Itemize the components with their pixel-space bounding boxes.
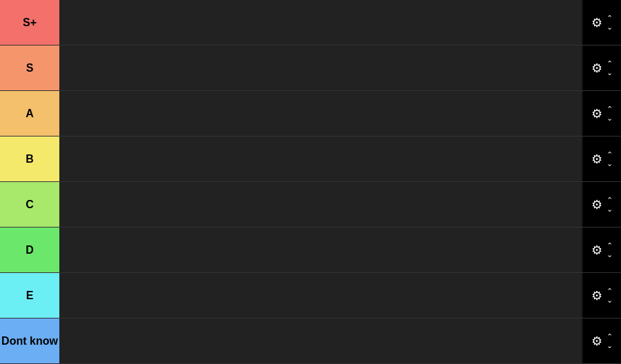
tier-label-c: C [0, 182, 61, 227]
down-button-e[interactable]: ⌄ [605, 296, 614, 305]
up-button-c[interactable]: ⌃ [605, 196, 614, 205]
gear-button-d[interactable]: ⚙ [590, 241, 604, 259]
tier-row-dont-know: Dont know⚙⌃⌄ [0, 318, 621, 364]
tier-row-s: S⚙⌃⌄ [0, 46, 621, 91]
down-button-dont-know[interactable]: ⌄ [605, 341, 614, 350]
arrow-col-c: ⌃⌄ [605, 196, 614, 214]
arrow-col-e: ⌃⌄ [605, 287, 614, 305]
arrow-col-dont-know: ⌃⌄ [605, 332, 614, 350]
down-button-b[interactable]: ⌄ [605, 159, 614, 168]
gear-button-s-plus[interactable]: ⚙ [590, 14, 604, 32]
tier-label-s-plus: S+ [0, 0, 61, 45]
tier-label-e: E [0, 273, 61, 318]
tier-content-b [61, 136, 583, 181]
gear-button-b[interactable]: ⚙ [590, 150, 604, 168]
up-button-s[interactable]: ⌃ [605, 59, 614, 68]
down-button-a[interactable]: ⌄ [605, 114, 614, 123]
tier-row-e: E⚙⌃⌄ [0, 273, 621, 318]
down-button-s[interactable]: ⌄ [605, 68, 614, 77]
tier-controls-s: ⚙⌃⌄ [583, 46, 621, 90]
up-button-s-plus[interactable]: ⌃ [605, 14, 614, 23]
tier-content-e [61, 273, 583, 318]
gear-button-dont-know[interactable]: ⚙ [590, 332, 604, 350]
tier-list: S+⚙⌃⌄S⚙⌃⌄A⚙⌃⌄B⚙⌃⌄C⚙⌃⌄D⚙⌃⌄E⚙⌃⌄Dont know⚙⌃… [0, 0, 621, 364]
tier-label-text-s-plus: S+ [23, 17, 37, 29]
up-button-a[interactable]: ⌃ [605, 105, 614, 114]
gear-button-a[interactable]: ⚙ [590, 105, 604, 123]
tier-row-s-plus: S+⚙⌃⌄ [0, 0, 621, 46]
tier-row-a: A⚙⌃⌄ [0, 91, 621, 136]
gear-button-s[interactable]: ⚙ [590, 59, 604, 77]
up-button-b[interactable]: ⌃ [605, 150, 614, 159]
tier-label-text-b: B [26, 153, 34, 165]
tier-controls-e: ⚙⌃⌄ [583, 273, 621, 318]
tier-label-s: S [0, 46, 61, 90]
tier-controls-d: ⚙⌃⌄ [583, 228, 621, 272]
tier-label-d: D [0, 228, 61, 272]
tier-label-text-e: E [26, 290, 34, 302]
tier-content-a [61, 91, 583, 136]
tier-controls-a: ⚙⌃⌄ [583, 91, 621, 136]
tier-controls-c: ⚙⌃⌄ [583, 182, 621, 227]
gear-button-e[interactable]: ⚙ [590, 287, 604, 305]
down-button-d[interactable]: ⌄ [605, 250, 614, 259]
up-button-e[interactable]: ⌃ [605, 287, 614, 296]
tier-label-text-a: A [26, 108, 34, 120]
tier-content-s-plus [61, 0, 583, 45]
tier-content-dont-know [61, 318, 583, 363]
tier-label-text-dont-know: Dont know [1, 335, 58, 347]
up-button-dont-know[interactable]: ⌃ [605, 332, 614, 341]
gear-button-c[interactable]: ⚙ [590, 196, 604, 214]
tier-row-c: C⚙⌃⌄ [0, 182, 621, 228]
tier-content-c [61, 182, 583, 227]
up-button-d[interactable]: ⌃ [605, 241, 614, 250]
arrow-col-s: ⌃⌄ [605, 59, 614, 77]
down-button-s-plus[interactable]: ⌄ [605, 23, 614, 32]
tier-label-b: B [0, 136, 61, 181]
tier-content-d [61, 228, 583, 272]
tier-row-b: B⚙⌃⌄ [0, 136, 621, 182]
tier-label-a: A [0, 91, 61, 136]
arrow-col-a: ⌃⌄ [605, 105, 614, 123]
tier-controls-b: ⚙⌃⌄ [583, 136, 621, 181]
tier-row-d: D⚙⌃⌄ [0, 228, 621, 273]
tier-content-s [61, 46, 583, 90]
arrow-col-d: ⌃⌄ [605, 241, 614, 259]
tier-label-dont-know: Dont know [0, 318, 61, 363]
tier-controls-s-plus: ⚙⌃⌄ [583, 0, 621, 45]
arrow-col-b: ⌃⌄ [605, 150, 614, 168]
tier-label-text-d: D [26, 244, 34, 256]
tier-label-text-c: C [26, 199, 34, 211]
down-button-c[interactable]: ⌄ [605, 205, 614, 214]
tier-controls-dont-know: ⚙⌃⌄ [583, 318, 621, 363]
tier-label-text-s: S [26, 62, 34, 74]
arrow-col-s-plus: ⌃⌄ [605, 14, 614, 32]
